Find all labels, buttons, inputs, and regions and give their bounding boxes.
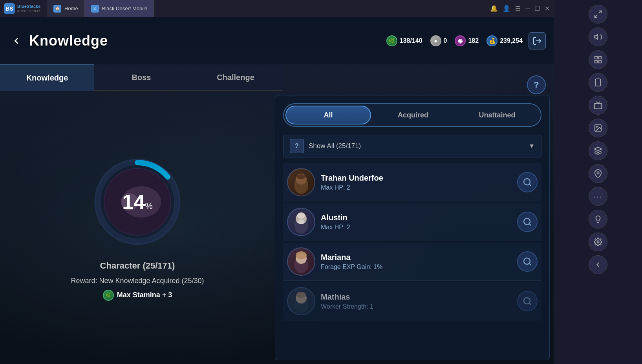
mathias-search-button[interactable] — [517, 291, 538, 311]
orb-currency: ● 0 — [430, 35, 447, 46]
lightbulb-icon[interactable] — [589, 210, 607, 229]
tab-challenge[interactable]: Challenge — [188, 64, 283, 91]
svg-rect-5 — [595, 60, 597, 63]
tab-home[interactable]: 🏠 Home — [47, 0, 85, 17]
dropdown-text: Show All (25/171) — [309, 142, 529, 150]
knowledge-list: Trahan Underfoe Max HP: 2 — [283, 163, 541, 352]
tab-black-desert[interactable]: ⚔ Black Desert Mobile — [85, 0, 154, 17]
svg-point-13 — [597, 172, 599, 174]
tv-icon[interactable] — [589, 96, 607, 115]
knowledge-item-alustin: Alustin Max HP: 2 — [283, 203, 541, 241]
right-sidebar: ··· — [554, 0, 642, 364]
mariana-info: Mariana Forage EXP Gain: 1% — [321, 253, 512, 271]
orb-value: 0 — [444, 37, 447, 44]
filter-acquired[interactable]: Acquired — [371, 106, 455, 124]
volume-icon[interactable] — [589, 27, 607, 46]
home-tab-label: Home — [64, 5, 78, 11]
svg-point-14 — [597, 241, 599, 243]
mariana-name: Mariana — [321, 253, 512, 262]
category-dropdown[interactable]: ? Show All (25/171) ▼ — [283, 135, 541, 157]
reward-text: Reward: New Knowledge Acquired (25/30) — [71, 277, 204, 285]
phone-icon[interactable] — [589, 73, 607, 92]
settings-icon[interactable] — [589, 232, 607, 251]
filter-all[interactable]: All — [285, 106, 371, 124]
trahan-search-button[interactable] — [517, 172, 538, 192]
maximize-window-icon[interactable]: ☐ — [534, 5, 540, 12]
mariana-stat: Forage EXP Gain: 1% — [321, 263, 512, 271]
exit-button[interactable] — [529, 32, 546, 49]
close-window-icon[interactable]: ✕ — [545, 5, 550, 12]
mariana-search-button[interactable] — [517, 251, 538, 272]
main-content: 14 % Character (25/171) Reward: New Know… — [0, 91, 554, 364]
gold-icon: 💰 — [487, 35, 498, 46]
mathias-avatar — [287, 287, 315, 315]
svg-point-31 — [524, 218, 530, 225]
tab-knowledge[interactable]: Knowledge — [0, 64, 94, 91]
character-panel: 14 % Character (25/171) Reward: New Know… — [0, 91, 275, 364]
layers-icon[interactable] — [589, 141, 607, 160]
knowledge-item-mariana: Mariana Forage EXP Gain: 1% — [283, 243, 541, 281]
home-tab-icon: 🏠 — [53, 5, 61, 13]
progress-circle-container: 14 % — [90, 155, 185, 249]
trahan-name: Trahan Underfoe — [321, 174, 512, 183]
tab-boss[interactable]: Boss — [94, 64, 188, 91]
mathias-name: Mathias — [321, 293, 512, 302]
gold-value: 239,254 — [500, 37, 523, 44]
alustin-stat: Max HP: 2 — [321, 224, 512, 231]
svg-line-0 — [599, 11, 601, 13]
mathias-info: Mathias Worker Strength: 1 — [321, 293, 512, 310]
knowledge-item-mathias: Mathias Worker Strength: 1 — [283, 282, 541, 320]
stamina-reward-icon: 🌿 — [103, 290, 114, 301]
svg-marker-12 — [594, 147, 602, 151]
game-header: Knowledge 🌿 138/140 ● 0 ◉ 182 💰 239,254 — [0, 17, 554, 64]
back-sidebar-icon[interactable] — [589, 255, 607, 274]
game-tab-icon: ⚔ — [91, 5, 99, 13]
help-button[interactable]: ? — [527, 75, 546, 94]
alustin-name: Alustin — [321, 213, 512, 222]
filter-tabs: All Acquired Unattained — [283, 103, 541, 127]
game-area: Knowledge 🌿 138/140 ● 0 ◉ 182 💰 239,254 — [0, 17, 554, 364]
more-options-icon[interactable]: ··· — [589, 187, 607, 206]
account-icon[interactable]: 👤 — [503, 5, 510, 12]
mathias-stat: Worker Strength: 1 — [321, 303, 512, 310]
svg-point-36 — [524, 258, 530, 264]
bs-logo-text: BlueStacks 4.150.10.1032 — [17, 4, 40, 13]
back-button[interactable] — [8, 32, 25, 49]
currency-bar: 🌿 138/140 ● 0 ◉ 182 💰 239,254 — [386, 35, 523, 46]
svg-rect-7 — [596, 79, 601, 86]
hamburger-icon[interactable]: ☰ — [515, 5, 521, 12]
svg-point-40 — [296, 292, 306, 298]
gold-currency: 💰 239,254 — [487, 35, 523, 46]
svg-line-26 — [529, 184, 531, 186]
filter-unattained[interactable]: Unattained — [455, 106, 539, 124]
fullscreen-icon[interactable] — [589, 5, 607, 24]
minimize-window-icon[interactable]: ─ — [525, 5, 530, 12]
mariana-avatar — [287, 247, 315, 276]
alustin-avatar — [287, 208, 315, 236]
svg-line-32 — [529, 224, 531, 225]
pearl-icon: ◉ — [455, 35, 466, 46]
svg-point-25 — [524, 179, 530, 185]
svg-rect-6 — [599, 60, 601, 63]
page-title: Knowledge — [29, 33, 108, 49]
grid-icon[interactable] — [589, 50, 607, 69]
svg-line-37 — [529, 263, 531, 265]
alustin-info: Alustin Max HP: 2 — [321, 213, 512, 231]
main-tabs: Knowledge Boss Challenge — [0, 64, 283, 91]
game-tab-label: Black Desert Mobile — [102, 5, 148, 11]
stamina-value: 138/140 — [400, 37, 423, 44]
svg-line-1 — [595, 15, 597, 17]
gallery-icon[interactable] — [589, 119, 607, 137]
svg-point-30 — [298, 219, 304, 224]
dropdown-arrow-icon: ▼ — [529, 143, 535, 150]
map-pin-icon[interactable] — [589, 164, 607, 183]
svg-point-11 — [596, 126, 597, 127]
stamina-currency: 🌿 138/140 — [386, 35, 423, 46]
alustin-search-button[interactable] — [517, 212, 538, 232]
svg-rect-9 — [594, 103, 602, 109]
notification-icon[interactable]: 🔔 — [490, 5, 498, 12]
trahan-info: Trahan Underfoe Max HP: 2 — [321, 174, 512, 191]
svg-rect-3 — [595, 57, 597, 59]
svg-point-35 — [296, 251, 307, 259]
stamina-icon: 🌿 — [386, 35, 397, 46]
